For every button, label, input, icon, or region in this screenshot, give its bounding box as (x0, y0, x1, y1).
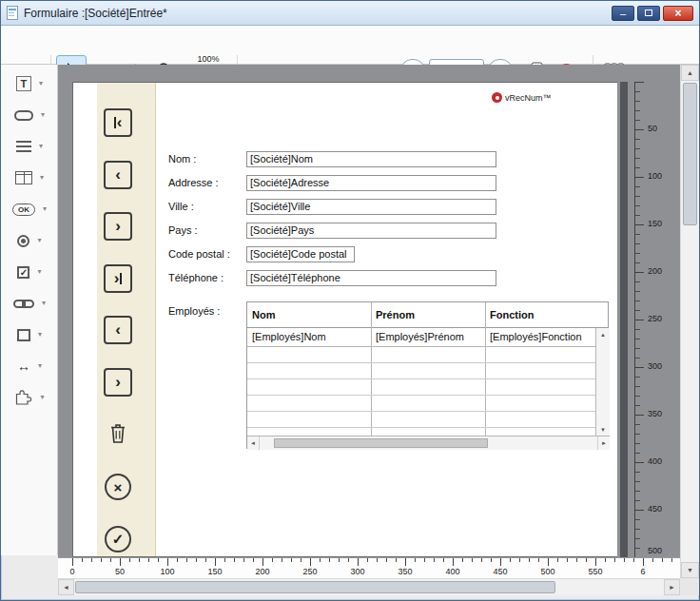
chevron-down-icon: ▾ (37, 268, 41, 276)
table-grid-line (247, 378, 595, 379)
column-header[interactable]: Prénom (371, 302, 485, 327)
last-record-chevron: › (114, 270, 120, 286)
next-page-nav-button[interactable]: › (104, 368, 132, 397)
rectangle-tool[interactable]: ▾ (1, 320, 58, 349)
checkbox-tool[interactable]: ✓▾ (1, 258, 58, 286)
ruler-label: 0 (69, 567, 74, 576)
column-header[interactable]: Fonction (485, 302, 608, 327)
text-tool[interactable]: T▾ (1, 69, 58, 98)
page-boundary (620, 82, 628, 557)
last-record-icon (120, 273, 122, 284)
trash-icon (108, 422, 127, 445)
ruler-label: 50 (115, 567, 125, 576)
maximize-button[interactable] (637, 6, 660, 21)
field-label: Nom : (168, 151, 244, 167)
previous-page-icon: ‹ (115, 321, 121, 338)
first-record-button[interactable]: ‹ (104, 108, 132, 137)
next-record-button[interactable]: › (104, 212, 132, 241)
scroll-down-icon[interactable]: ▼ (596, 423, 610, 436)
ruler-label: 500 (648, 546, 662, 555)
form-page[interactable]: ‹ ‹ › › ‹ › × ✓ vRecNum™ Nom : [Société]… (72, 82, 617, 557)
radio-button-tool[interactable]: ▾ (1, 226, 58, 255)
minimize-button[interactable]: – (612, 6, 634, 21)
plugin-tool[interactable]: ▾ (1, 383, 58, 412)
chevron-down-icon: ▾ (37, 237, 41, 244)
validate-icon: ✓ (112, 531, 125, 548)
scroll-right-icon[interactable]: ► (664, 579, 680, 595)
slider-icon (13, 300, 34, 308)
recnum-label: vRecNum™ (505, 93, 552, 103)
text-tool-icon: T (16, 76, 31, 91)
ruler-label: 450 (493, 567, 507, 576)
validate-button[interactable]: ✓ (105, 526, 131, 553)
chevron-down-icon: ▾ (39, 143, 43, 150)
chevron-down-icon: ▾ (40, 174, 44, 182)
field-input[interactable]: [Société]Nom (246, 151, 496, 167)
zoom-level-label: 100% (197, 54, 219, 64)
scroll-up-icon[interactable]: ▲ (596, 328, 610, 340)
ruler-label: 300 (350, 567, 364, 576)
scroll-right-icon[interactable]: ► (597, 436, 610, 450)
chevron-down-icon: ▾ (40, 394, 44, 401)
scroll-up-icon[interactable]: ▲ (681, 65, 699, 81)
column-divider (371, 302, 372, 436)
scroll-left-icon[interactable]: ◄ (58, 579, 74, 595)
ruler-label: 150 (207, 567, 222, 576)
ruler-label: 350 (648, 409, 662, 418)
previous-record-icon: ‹ (115, 166, 121, 183)
first-record-icon (114, 117, 116, 128)
scroll-down-icon[interactable]: ▼ (681, 562, 699, 578)
previous-page-nav-button[interactable]: ‹ (104, 316, 132, 344)
ruler-label: 350 (398, 567, 412, 576)
ruler-label: 100 (160, 567, 174, 576)
slider-tool[interactable]: ▾ (1, 289, 58, 318)
plugin-icon (14, 389, 32, 406)
field-label: Ville : (168, 199, 244, 215)
scroll-left-icon[interactable]: ◄ (247, 436, 260, 450)
table-cell[interactable]: [Employés]Nom (247, 328, 370, 346)
field-input[interactable]: [Société]Ville (246, 199, 496, 215)
field-input[interactable]: [Société]Code postal (246, 246, 355, 262)
previous-record-button[interactable]: ‹ (104, 161, 132, 189)
next-page-icon: › (115, 374, 121, 390)
list-box-icon (15, 171, 32, 184)
scrollbar-thumb[interactable] (683, 83, 697, 225)
last-record-button[interactable]: › (104, 264, 132, 293)
ruler-label: 400 (648, 456, 662, 466)
table-cell[interactable]: [Employés]Prénom (371, 328, 484, 346)
table-horizontal-scrollbar[interactable]: ◄ ► (247, 436, 610, 450)
horizontal-scrollbar[interactable]: ◄ ► (58, 578, 680, 595)
ok-button-icon: OK (12, 204, 35, 216)
delete-record-button[interactable] (107, 421, 128, 446)
field-input[interactable]: [Société]Pays (246, 223, 496, 239)
field-input[interactable]: [Société]Adresse (246, 175, 496, 191)
button-tool[interactable]: OK▾ (1, 195, 58, 223)
ruler-label: 100 (648, 171, 662, 181)
title-bar[interactable]: Formulaire :[Société]Entrée* – × (1, 1, 699, 26)
recnum-variable[interactable]: vRecNum™ (492, 92, 552, 103)
field-input[interactable]: [Société]Téléphone (246, 270, 496, 286)
text-area-icon (16, 141, 31, 152)
vertical-ruler-labels: 50 100 150 200 250 300 350 400 450 500 (644, 82, 678, 557)
table-cell[interactable]: [Employés]Fonction (485, 328, 594, 346)
list-box-tool[interactable]: ▾ (1, 164, 58, 192)
form-document-icon (7, 6, 18, 20)
cancel-button[interactable]: × (105, 474, 131, 500)
vertical-scrollbar[interactable]: ▲ ▼ (680, 65, 699, 578)
rectangle-icon (17, 329, 30, 341)
scrollbar-thumb[interactable] (274, 438, 488, 448)
checkbox-icon: ✓ (17, 266, 29, 279)
splitter-tool[interactable]: ↔▾ (1, 352, 58, 380)
ruler-label: 200 (255, 567, 269, 576)
table-vertical-scrollbar[interactable]: ▲ ▼ (595, 328, 610, 436)
cancel-icon: × (114, 479, 123, 495)
text-area-tool[interactable]: ▾ (1, 132, 58, 161)
scrollbar-thumb[interactable] (75, 581, 555, 593)
close-button[interactable]: × (663, 6, 693, 21)
ruler-label: 300 (648, 361, 662, 371)
column-header[interactable]: Nom (247, 302, 371, 327)
design-canvas[interactable]: ‹ ‹ › › ‹ › × ✓ vRecNum™ Nom : [Société]… (58, 65, 680, 557)
field-tool[interactable]: ▾ (1, 101, 58, 129)
employees-table[interactable]: Nom Prénom Fonction [Employés]Nom [Emplo… (246, 301, 609, 449)
table-grid-line (247, 427, 595, 428)
